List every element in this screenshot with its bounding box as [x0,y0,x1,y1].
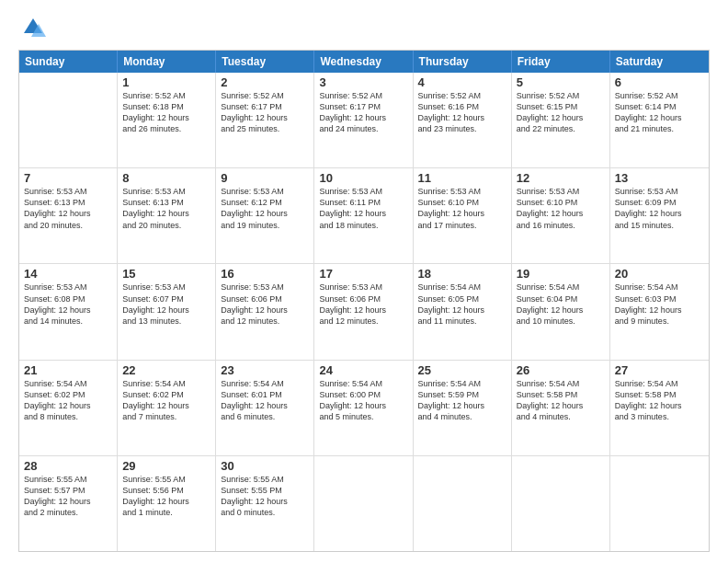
day-number: 4 [418,75,506,89]
day-cell-24: 24Sunrise: 5:54 AM Sunset: 6:00 PM Dayli… [314,361,413,455]
day-number: 21 [24,363,112,377]
day-info: Sunrise: 5:55 AM Sunset: 5:57 PM Dayligh… [24,474,112,519]
day-number: 19 [517,267,605,281]
day-info: Sunrise: 5:53 AM Sunset: 6:10 PM Dayligh… [418,186,506,231]
day-info: Sunrise: 5:54 AM Sunset: 6:04 PM Dayligh… [517,282,605,327]
day-number: 9 [221,171,309,185]
day-cell-6: 6Sunrise: 5:52 AM Sunset: 6:14 PM Daylig… [610,73,709,167]
empty-cell-4-6 [610,456,709,551]
day-info: Sunrise: 5:55 AM Sunset: 5:56 PM Dayligh… [122,474,210,519]
day-number: 15 [122,267,210,281]
day-cell-25: 25Sunrise: 5:54 AM Sunset: 5:59 PM Dayli… [414,361,512,455]
weekday-header-wednesday: Wednesday [314,51,413,73]
day-cell-4: 4Sunrise: 5:52 AM Sunset: 6:16 PM Daylig… [414,73,512,167]
day-cell-2: 2Sunrise: 5:52 AM Sunset: 6:17 PM Daylig… [216,73,314,167]
day-cell-30: 30Sunrise: 5:55 AM Sunset: 5:55 PM Dayli… [216,456,314,551]
day-info: Sunrise: 5:52 AM Sunset: 6:17 PM Dayligh… [221,90,309,135]
logo [18,15,46,40]
day-info: Sunrise: 5:53 AM Sunset: 6:07 PM Dayligh… [122,282,210,327]
calendar: SundayMondayTuesdayWednesdayThursdayFrid… [18,50,710,552]
day-info: Sunrise: 5:54 AM Sunset: 5:58 PM Dayligh… [517,378,605,423]
day-cell-16: 16Sunrise: 5:53 AM Sunset: 6:06 PM Dayli… [216,264,314,359]
header [18,15,710,40]
day-info: Sunrise: 5:54 AM Sunset: 5:58 PM Dayligh… [615,378,704,423]
calendar-row-2: 7Sunrise: 5:53 AM Sunset: 6:13 PM Daylig… [19,167,709,263]
day-cell-3: 3Sunrise: 5:52 AM Sunset: 6:17 PM Daylig… [314,73,413,167]
day-info: Sunrise: 5:53 AM Sunset: 6:10 PM Dayligh… [517,186,605,231]
day-info: Sunrise: 5:54 AM Sunset: 6:03 PM Dayligh… [615,282,704,327]
day-info: Sunrise: 5:53 AM Sunset: 6:13 PM Dayligh… [24,186,112,231]
day-number: 5 [517,75,605,89]
weekday-header-sunday: Sunday [19,51,118,73]
weekday-header-tuesday: Tuesday [216,51,314,73]
weekday-header-thursday: Thursday [414,51,512,73]
day-info: Sunrise: 5:53 AM Sunset: 6:13 PM Dayligh… [122,186,210,231]
day-info: Sunrise: 5:54 AM Sunset: 6:02 PM Dayligh… [122,378,210,423]
day-cell-10: 10Sunrise: 5:53 AM Sunset: 6:11 PM Dayli… [314,168,413,263]
calendar-row-1: 1Sunrise: 5:52 AM Sunset: 6:18 PM Daylig… [19,73,709,167]
day-cell-23: 23Sunrise: 5:54 AM Sunset: 6:01 PM Dayli… [216,361,314,455]
day-number: 11 [418,171,506,185]
day-cell-29: 29Sunrise: 5:55 AM Sunset: 5:56 PM Dayli… [118,456,216,551]
day-info: Sunrise: 5:53 AM Sunset: 6:11 PM Dayligh… [319,186,407,231]
day-cell-19: 19Sunrise: 5:54 AM Sunset: 6:04 PM Dayli… [512,264,610,359]
day-info: Sunrise: 5:54 AM Sunset: 5:59 PM Dayligh… [418,378,506,423]
day-number: 12 [517,171,605,185]
day-cell-12: 12Sunrise: 5:53 AM Sunset: 6:10 PM Dayli… [512,168,610,263]
day-cell-5: 5Sunrise: 5:52 AM Sunset: 6:15 PM Daylig… [512,73,610,167]
day-cell-8: 8Sunrise: 5:53 AM Sunset: 6:13 PM Daylig… [118,168,216,263]
day-number: 2 [221,75,309,89]
day-info: Sunrise: 5:52 AM Sunset: 6:17 PM Dayligh… [319,90,407,135]
calendar-row-5: 28Sunrise: 5:55 AM Sunset: 5:57 PM Dayli… [19,455,709,551]
day-cell-15: 15Sunrise: 5:53 AM Sunset: 6:07 PM Dayli… [118,264,216,359]
day-info: Sunrise: 5:53 AM Sunset: 6:06 PM Dayligh… [221,282,309,327]
day-number: 3 [319,75,407,89]
day-number: 14 [24,267,112,281]
calendar-body: 1Sunrise: 5:52 AM Sunset: 6:18 PM Daylig… [19,73,709,551]
calendar-row-3: 14Sunrise: 5:53 AM Sunset: 6:08 PM Dayli… [19,263,709,359]
day-cell-9: 9Sunrise: 5:53 AM Sunset: 6:12 PM Daylig… [216,168,314,263]
day-cell-1: 1Sunrise: 5:52 AM Sunset: 6:18 PM Daylig… [118,73,216,167]
day-info: Sunrise: 5:52 AM Sunset: 6:14 PM Dayligh… [615,90,704,135]
day-number: 10 [319,171,407,185]
day-number: 25 [418,363,506,377]
day-cell-20: 20Sunrise: 5:54 AM Sunset: 6:03 PM Dayli… [610,264,709,359]
empty-cell-4-5 [512,456,610,551]
day-number: 18 [418,267,506,281]
day-cell-21: 21Sunrise: 5:54 AM Sunset: 6:02 PM Dayli… [19,361,118,455]
day-cell-17: 17Sunrise: 5:53 AM Sunset: 6:06 PM Dayli… [314,264,413,359]
weekday-header-friday: Friday [512,51,610,73]
empty-cell-0-0 [19,73,118,167]
logo-icon [20,15,46,40]
day-number: 22 [122,363,210,377]
day-cell-27: 27Sunrise: 5:54 AM Sunset: 5:58 PM Dayli… [610,361,709,455]
day-info: Sunrise: 5:52 AM Sunset: 6:18 PM Dayligh… [122,90,210,135]
day-number: 13 [615,171,704,185]
day-cell-11: 11Sunrise: 5:53 AM Sunset: 6:10 PM Dayli… [414,168,512,263]
day-number: 1 [122,75,210,89]
day-number: 20 [615,267,704,281]
day-number: 24 [319,363,407,377]
day-number: 30 [221,459,309,473]
day-number: 26 [517,363,605,377]
page: SundayMondayTuesdayWednesdayThursdayFrid… [0,0,728,563]
day-number: 29 [122,459,210,473]
day-cell-26: 26Sunrise: 5:54 AM Sunset: 5:58 PM Dayli… [512,361,610,455]
day-info: Sunrise: 5:53 AM Sunset: 6:12 PM Dayligh… [221,186,309,231]
weekday-header-saturday: Saturday [610,51,709,73]
day-info: Sunrise: 5:53 AM Sunset: 6:06 PM Dayligh… [319,282,407,327]
day-info: Sunrise: 5:52 AM Sunset: 6:15 PM Dayligh… [517,90,605,135]
calendar-header: SundayMondayTuesdayWednesdayThursdayFrid… [19,51,709,73]
day-cell-7: 7Sunrise: 5:53 AM Sunset: 6:13 PM Daylig… [19,168,118,263]
day-number: 16 [221,267,309,281]
day-number: 28 [24,459,112,473]
day-number: 23 [221,363,309,377]
day-cell-22: 22Sunrise: 5:54 AM Sunset: 6:02 PM Dayli… [118,361,216,455]
calendar-row-4: 21Sunrise: 5:54 AM Sunset: 6:02 PM Dayli… [19,360,709,455]
day-number: 8 [122,171,210,185]
day-info: Sunrise: 5:54 AM Sunset: 6:01 PM Dayligh… [221,378,309,423]
day-cell-28: 28Sunrise: 5:55 AM Sunset: 5:57 PM Dayli… [19,456,118,551]
day-cell-18: 18Sunrise: 5:54 AM Sunset: 6:05 PM Dayli… [414,264,512,359]
empty-cell-4-3 [314,456,413,551]
day-info: Sunrise: 5:54 AM Sunset: 6:05 PM Dayligh… [418,282,506,327]
